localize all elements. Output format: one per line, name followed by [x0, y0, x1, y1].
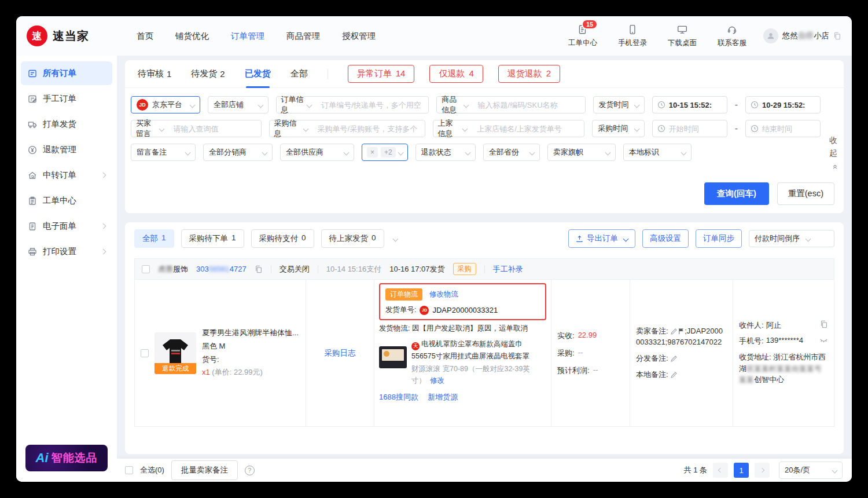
province-select[interactable]: 全部省份: [483, 144, 540, 161]
upstream-type-select[interactable]: 上家信息: [433, 120, 472, 137]
order-checkbox[interactable]: [142, 265, 150, 273]
sidebar-item-refunds[interactable]: 退款管理: [21, 138, 112, 162]
purchase-end-input[interactable]: [762, 124, 815, 133]
return-refund-button[interactable]: 退货退款2: [498, 65, 560, 83]
next-page-button[interactable]: [755, 463, 770, 478]
orders-panel: 全部1 采购待下单1 采购待支付0 待上家发货0 导出订单 高级设置 订单同步 …: [125, 222, 844, 454]
collapse-filters[interactable]: 收起 «: [829, 134, 842, 174]
prev-page-button[interactable]: [713, 463, 728, 478]
upstream-input[interactable]: [472, 120, 584, 137]
order-info-type-select[interactable]: 订单信息: [277, 97, 317, 113]
brand: 速 速当家: [27, 25, 137, 46]
jd-logistics-icon: JD: [420, 306, 429, 315]
contact-support[interactable]: 联系客服: [716, 24, 748, 48]
purchase-log-link[interactable]: 采购日志: [325, 348, 356, 358]
reset-button[interactable]: 重置(esc): [777, 182, 834, 205]
edit-pencil-icon[interactable]: [670, 371, 678, 379]
search-1688-link[interactable]: 1688搜同款: [379, 392, 418, 402]
local-mark-select[interactable]: 本地标识: [623, 144, 692, 161]
subtab-pending-pay[interactable]: 采购待支付0: [251, 229, 314, 248]
modify-spec-link[interactable]: 修改: [430, 376, 444, 385]
seller-flag-select[interactable]: 卖家旗帜: [547, 144, 616, 161]
platform-select[interactable]: JD 京东平台: [131, 96, 200, 113]
nav-order-management[interactable]: 订单管理: [231, 31, 264, 42]
tab-pending-review[interactable]: 待审核1: [138, 60, 171, 88]
manual-supplement-link[interactable]: 手工补录: [493, 264, 523, 274]
ship-time-type-select[interactable]: 发货时间: [593, 96, 645, 113]
add-supply-link[interactable]: 新增货源: [428, 392, 458, 402]
tab-pending-ship[interactable]: 待发货2: [191, 60, 225, 88]
purchase-time-type-select[interactable]: 采购时间: [592, 120, 644, 137]
sidebar: 所有订单 手工订单 打单发货 退款管理 中转订单 工单中心: [16, 56, 117, 482]
divider: [271, 265, 271, 273]
shop-select[interactable]: 全部店铺: [208, 96, 269, 113]
purchase-info-input[interactable]: [312, 120, 425, 137]
row-checkbox[interactable]: [141, 349, 149, 357]
tab-shipped[interactable]: 已发货: [245, 60, 271, 88]
search-button[interactable]: 查询(回车): [704, 182, 769, 205]
nav-auth-management[interactable]: 授权管理: [342, 31, 376, 42]
select-all-checkbox[interactable]: [125, 466, 133, 474]
message-remark-select[interactable]: 留言备注: [131, 144, 196, 161]
sort-select[interactable]: 付款时间倒序: [749, 230, 834, 247]
distributor-select[interactable]: 全部分销商: [203, 144, 273, 161]
sidebar-item-work-orders[interactable]: 工单中心: [21, 189, 112, 213]
current-page[interactable]: 1: [734, 463, 749, 478]
account-copy-icon[interactable]: [833, 32, 841, 40]
multi-tag-select[interactable]: × +2: [362, 144, 408, 161]
product-spec: 黑色 M: [202, 340, 299, 353]
subtab-all[interactable]: 全部1: [134, 229, 174, 248]
purchase-start-input[interactable]: [669, 124, 722, 133]
subtab-pending-purchase[interactable]: 采购待下单1: [181, 229, 244, 248]
jd-platform-icon: JD: [137, 99, 148, 111]
tag-chip[interactable]: ×: [367, 147, 378, 158]
received-label: 实收:: [557, 331, 575, 341]
help-icon[interactable]: ?: [245, 466, 255, 475]
supplier-select[interactable]: 全部供应商: [280, 144, 354, 161]
buyer-message-type-select[interactable]: 买家留言: [131, 120, 168, 137]
purchase-cost-label: 采购:: [557, 348, 575, 358]
order-info-input[interactable]: [316, 97, 428, 113]
nav-listing-optimize[interactable]: 铺货优化: [175, 31, 209, 42]
sidebar-label: 打印设置: [43, 246, 95, 257]
product-info-type-select[interactable]: 商品信息: [437, 97, 472, 113]
batch-seller-remark-button[interactable]: 批量卖家备注: [171, 460, 238, 480]
order-sync-button[interactable]: 订单同步: [696, 229, 742, 248]
sidebar-item-manual-orders[interactable]: 手工订单: [21, 87, 112, 111]
sidebar-item-ewaybill[interactable]: 电子面单: [21, 214, 112, 238]
download-desktop[interactable]: 下载桌面: [666, 24, 698, 48]
sidebar-item-transfer-orders[interactable]: 中转订单: [21, 163, 112, 187]
ai-product-picker-banner[interactable]: Ai 智能选品: [25, 445, 108, 471]
refund-status-select[interactable]: 退款状态: [415, 144, 476, 161]
abnormal-orders-button[interactable]: 异常订单14: [348, 65, 415, 83]
sidebar-item-print-ship[interactable]: 打单发货: [21, 112, 112, 136]
edit-pencil-icon[interactable]: [670, 355, 678, 362]
flag-icon[interactable]: [678, 328, 685, 335]
modify-logistics-link[interactable]: 修改物流: [429, 290, 458, 299]
tab-all[interactable]: 全部: [290, 60, 308, 88]
recipient-copy-icon[interactable]: [820, 320, 828, 328]
sidebar-item-all-orders[interactable]: 所有订单: [21, 61, 112, 85]
buyer-message-input[interactable]: [168, 120, 261, 137]
purchase-product-title[interactable]: 天电视机罩防尘罩布新款高端盖巾556575寸家用挂式曲屏液晶电视套罩: [411, 338, 546, 362]
nav-home[interactable]: 首页: [137, 31, 153, 42]
account[interactable]: 悠然自得小店: [763, 28, 841, 43]
purchase-info-type-select[interactable]: 采购信息: [270, 120, 312, 137]
export-orders-button[interactable]: 导出订单: [568, 229, 635, 248]
eye-closed-icon[interactable]: [819, 336, 828, 345]
page-size-select[interactable]: 20条/页: [779, 462, 843, 479]
subtab-pending-upstream-ship[interactable]: 待上家发货0: [321, 229, 384, 248]
refund-only-button[interactable]: 仅退款4: [429, 65, 483, 83]
nav-product-management[interactable]: 商品管理: [286, 31, 320, 42]
edit-pencil-icon[interactable]: [670, 328, 678, 335]
order-copy-icon[interactable]: [255, 265, 263, 273]
sidebar-item-print-settings[interactable]: 打印设置: [21, 240, 112, 263]
order-number[interactable]: 303565614727: [196, 265, 247, 273]
mobile-login[interactable]: 手机登录: [616, 24, 649, 48]
subtabs-expand-icon[interactable]: [392, 236, 398, 241]
ship-end-input[interactable]: [762, 101, 815, 109]
work-order-center[interactable]: 15 工单中心: [567, 24, 599, 48]
advanced-settings-button[interactable]: 高级设置: [642, 229, 689, 248]
product-info-input[interactable]: [473, 97, 585, 113]
ship-start-input[interactable]: [669, 101, 722, 109]
